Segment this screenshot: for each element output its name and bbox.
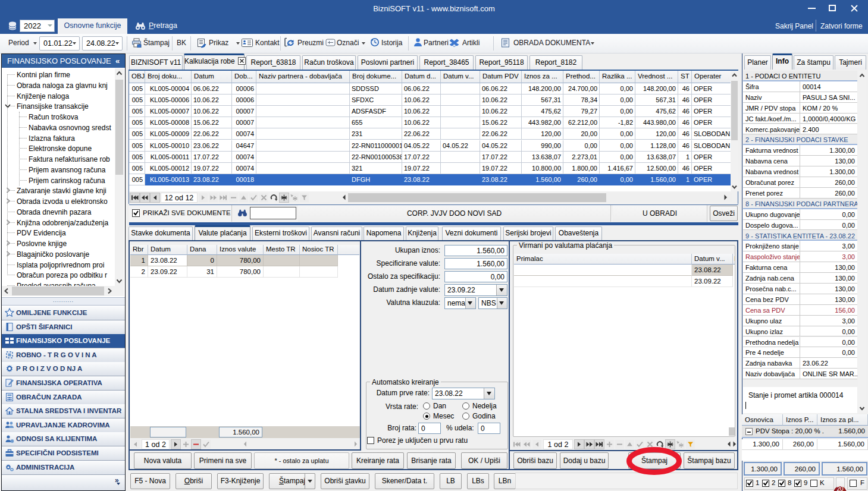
svg-text:20: 20 xyxy=(836,486,844,491)
